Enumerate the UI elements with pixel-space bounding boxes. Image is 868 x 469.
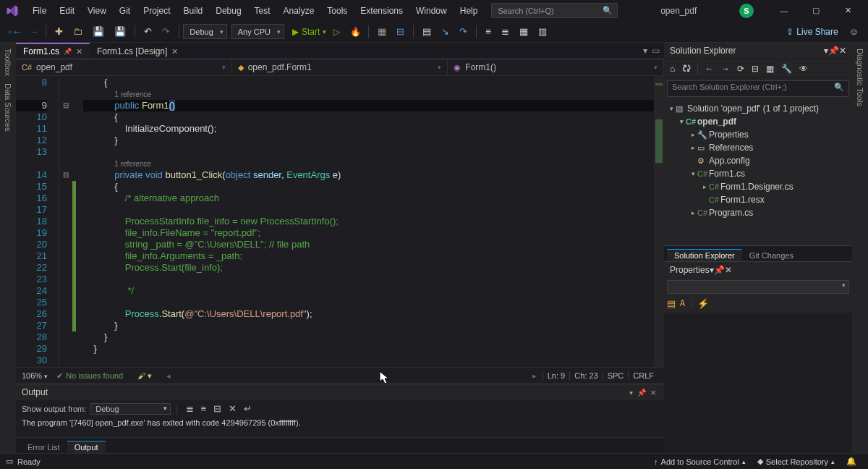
output-wrap-icon[interactable]: ↵ bbox=[244, 403, 252, 414]
tree-twisty-icon[interactable]: ▸ bbox=[689, 131, 697, 138]
new-item-icon[interactable]: ✚ bbox=[51, 24, 67, 39]
zoom-select[interactable]: 106% ▾ bbox=[22, 371, 48, 380]
scroll-right-icon[interactable]: ▸ bbox=[532, 371, 537, 381]
menu-extensions[interactable]: Extensions bbox=[354, 3, 409, 19]
nav-back-icon[interactable]: ◦← bbox=[4, 23, 26, 40]
sx-pin-icon[interactable]: 📌 bbox=[828, 46, 839, 56]
nav-project[interactable]: C#open_pdf▾ bbox=[16, 59, 232, 75]
user-avatar[interactable]: S bbox=[739, 4, 754, 18]
open-icon[interactable]: 🗀 bbox=[69, 24, 86, 39]
rail-diagnostics[interactable]: Diagnostic Tools bbox=[856, 48, 864, 106]
tree-node[interactable]: ⚙App.config bbox=[664, 154, 852, 167]
output-clear-icon[interactable]: ✕ bbox=[229, 403, 237, 414]
rail-data-sources[interactable]: Data Sources bbox=[4, 83, 12, 132]
redo-icon[interactable]: ↷ bbox=[158, 24, 174, 39]
caret-col[interactable]: Ch: 23 bbox=[569, 371, 602, 380]
eol-mode[interactable]: CRLF bbox=[628, 371, 658, 380]
tb-icon-1[interactable]: ▦ bbox=[374, 24, 390, 39]
maximize-icon[interactable]: ▢ bbox=[801, 0, 830, 21]
menu-git[interactable]: Git bbox=[113, 3, 137, 19]
prop-close-icon[interactable]: ✕ bbox=[725, 265, 732, 275]
solution-explorer-search[interactable]: Search Solution Explorer (Ctrl+;) 🔍 bbox=[667, 80, 849, 97]
output-icon-1[interactable]: ≣ bbox=[186, 403, 194, 414]
tb-icon-7[interactable]: ≣ bbox=[498, 24, 513, 39]
menu-project[interactable]: Project bbox=[137, 3, 176, 19]
close-tab-icon[interactable]: ✕ bbox=[76, 47, 82, 56]
tree-twisty-icon[interactable]: ▸ bbox=[689, 209, 697, 216]
tree-node[interactable]: ▸C#Form1.Designer.cs bbox=[664, 180, 852, 193]
nav-fwd-icon[interactable]: → bbox=[26, 25, 42, 39]
nav-member[interactable]: ◉Form1()▾ bbox=[448, 59, 664, 75]
panel-close-icon[interactable]: ✕ bbox=[648, 389, 658, 397]
start-no-debug-icon[interactable]: ▷ bbox=[330, 25, 344, 39]
properties-grid[interactable] bbox=[664, 313, 852, 453]
pin-icon[interactable]: 📌 bbox=[64, 48, 72, 55]
undo-icon[interactable]: ↶ bbox=[140, 24, 156, 39]
sx-fwd-icon[interactable]: → bbox=[718, 62, 733, 75]
tree-twisty-icon[interactable]: ▸ bbox=[700, 183, 709, 190]
code-editor[interactable]: 8910111213141516171819202122232425262728… bbox=[16, 76, 664, 367]
prop-pin-icon[interactable]: 📌 bbox=[714, 265, 725, 275]
editor-minimap[interactable] bbox=[654, 76, 664, 367]
tree-node[interactable]: ▸▭References bbox=[664, 141, 852, 154]
code-area[interactable]: { 1 reference public Form1() { Initializ… bbox=[76, 76, 654, 367]
output-source-select[interactable]: Debug bbox=[90, 403, 170, 415]
menu-analyze[interactable]: Analyze bbox=[277, 3, 321, 19]
feedback-icon[interactable]: ☺ bbox=[846, 24, 862, 39]
sx-close-icon[interactable]: ✕ bbox=[839, 46, 846, 56]
tree-node[interactable]: ▾C#open_pdf bbox=[664, 115, 852, 128]
sx-refresh-icon[interactable]: ⟳ bbox=[734, 62, 747, 75]
caret-line[interactable]: Ln: 9 bbox=[542, 371, 569, 380]
minimize-icon[interactable]: — bbox=[770, 0, 799, 21]
sx-home-icon[interactable]: ⌂ bbox=[667, 62, 678, 75]
tb-icon-6[interactable]: ≡ bbox=[482, 24, 495, 39]
sx-collapse-icon[interactable]: ⊟ bbox=[749, 62, 762, 75]
tree-node[interactable]: ▾▧Solution 'open_pdf' (1 of 1 project) bbox=[664, 102, 852, 115]
tb-icon-3[interactable]: ▤ bbox=[419, 24, 435, 39]
menu-build[interactable]: Build bbox=[177, 3, 210, 19]
close-tab-icon[interactable]: ✕ bbox=[171, 47, 178, 56]
menu-window[interactable]: Window bbox=[409, 3, 454, 19]
step-into-icon[interactable]: ↘ bbox=[438, 24, 453, 39]
properties-object-select[interactable] bbox=[667, 280, 849, 294]
menu-tools[interactable]: Tools bbox=[320, 3, 354, 19]
hot-reload-icon[interactable]: 🔥 bbox=[346, 25, 365, 39]
menu-view[interactable]: View bbox=[81, 3, 113, 19]
menu-help[interactable]: Help bbox=[454, 3, 485, 19]
tree-twisty-icon[interactable]: ▸ bbox=[689, 144, 697, 151]
output-icon-3[interactable]: ⊟ bbox=[213, 403, 221, 414]
menu-file[interactable]: File bbox=[26, 3, 53, 19]
sx-back-icon[interactable]: ← bbox=[702, 62, 717, 75]
notifications-icon[interactable]: 🔔 bbox=[841, 457, 862, 466]
prop-events-icon[interactable]: ⚡ bbox=[697, 298, 709, 309]
tree-node[interactable]: ▸C#Program.cs bbox=[664, 206, 852, 219]
issues-indicator[interactable]: ✔No issues found bbox=[56, 371, 123, 381]
select-repository-button[interactable]: ◆Select Repository▴ bbox=[752, 457, 841, 466]
tree-node[interactable]: C#Form1.resx bbox=[664, 193, 852, 206]
output-body[interactable]: The program '[7460] open_pdf.exe' has ex… bbox=[16, 417, 664, 437]
prop-az-icon[interactable]: Ａ bbox=[678, 297, 687, 310]
tree-twisty-icon[interactable]: ▾ bbox=[689, 170, 697, 177]
tree-node[interactable]: ▾C#Form1.cs bbox=[664, 167, 852, 180]
tree-twisty-icon[interactable]: ▾ bbox=[677, 118, 686, 125]
bottom-tab-error-list[interactable]: Error List bbox=[20, 441, 67, 453]
panel-dropdown-icon[interactable]: ▾ bbox=[627, 389, 635, 397]
tb-icon-2[interactable]: ⊟ bbox=[393, 24, 408, 39]
save-all-icon[interactable]: 💾 bbox=[111, 24, 129, 39]
rail-toolbox[interactable]: Toolbox bbox=[4, 48, 12, 76]
config-select[interactable]: Debug bbox=[183, 24, 226, 39]
global-search[interactable]: Search (Ctrl+Q) 🔍 bbox=[491, 3, 618, 18]
doc-tab[interactable]: Form1.cs [Design]✕ bbox=[90, 43, 185, 59]
panel-pin-icon[interactable]: 📌 bbox=[635, 389, 648, 397]
tab-window-icon[interactable]: ▭ bbox=[652, 46, 660, 56]
sx-properties-icon[interactable]: 🔧 bbox=[778, 62, 795, 75]
sx-tab-git-changes[interactable]: Git Changes bbox=[742, 249, 801, 261]
solution-tree[interactable]: ▾▧Solution 'open_pdf' (1 of 1 project)▾C… bbox=[664, 99, 852, 245]
tab-dropdown-icon[interactable]: ▾ bbox=[643, 46, 647, 56]
add-source-control-button[interactable]: ↑Add to Source Control▴ bbox=[648, 457, 752, 466]
doc-tab[interactable]: Form1.cs📌✕ bbox=[16, 43, 90, 59]
live-share-button[interactable]: ⇪Live Share bbox=[786, 27, 838, 37]
code-cleanup-icon[interactable]: 🖌 ▾ bbox=[137, 371, 152, 381]
platform-select[interactable]: Any CPU bbox=[231, 24, 284, 39]
tb-icon-8[interactable]: ▦ bbox=[516, 24, 532, 39]
